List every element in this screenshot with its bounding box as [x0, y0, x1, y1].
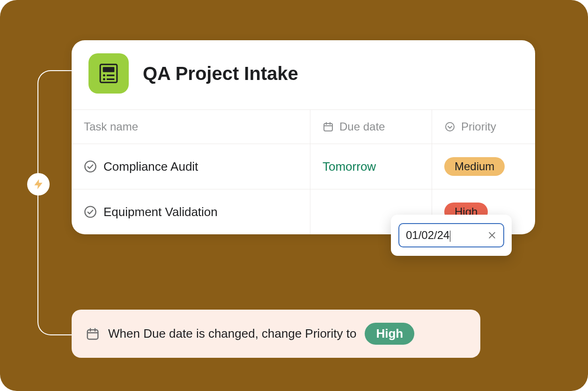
column-header-due-date[interactable]: Due date [310, 110, 432, 144]
automation-bolt-badge [27, 173, 50, 196]
project-title: QA Project Intake [143, 63, 298, 84]
rule-text: When Due date is changed, change Priorit… [108, 326, 356, 341]
svg-point-10 [446, 123, 454, 131]
date-input-value: 01/02/24 [406, 229, 449, 241]
table-row: Compliance Audit Tomorrow Medium [72, 144, 535, 189]
automation-rule-bar[interactable]: When Due date is changed, change Priorit… [72, 310, 480, 358]
close-icon[interactable] [487, 231, 497, 240]
column-header-label: Priority [461, 120, 496, 133]
due-date-value: Tomorrow [323, 159, 376, 174]
svg-rect-5 [107, 79, 115, 80]
card-header: QA Project Intake [72, 40, 535, 109]
priority-cell[interactable]: Medium [432, 144, 535, 189]
date-input-field[interactable]: 01/02/24 [398, 223, 504, 247]
svg-rect-3 [107, 74, 115, 76]
svg-point-2 [103, 74, 105, 77]
text-cursor [450, 231, 450, 242]
column-header-task[interactable]: Task name [72, 110, 310, 144]
date-input-popover: 01/02/24 [391, 215, 512, 256]
svg-point-12 [85, 206, 96, 217]
check-circle-icon[interactable] [84, 160, 97, 173]
priority-pill-medium: Medium [444, 157, 505, 176]
column-header-label: Due date [339, 120, 385, 133]
dropdown-circle-icon [444, 121, 456, 132]
calendar-icon [86, 327, 100, 341]
canvas: QA Project Intake Task name Due date [0, 0, 588, 391]
form-list-icon [98, 63, 119, 84]
svg-point-11 [85, 161, 96, 172]
table-header: Task name Due date Priority [72, 109, 535, 144]
project-card: QA Project Intake Task name Due date [72, 40, 535, 234]
svg-rect-15 [88, 330, 98, 339]
check-circle-icon[interactable] [84, 205, 97, 218]
svg-rect-1 [103, 67, 115, 72]
task-name-cell[interactable]: Compliance Audit [72, 144, 310, 189]
svg-rect-6 [324, 123, 332, 131]
rule-priority-pill: High [365, 323, 414, 345]
task-name-label: Compliance Audit [103, 159, 198, 174]
column-header-priority[interactable]: Priority [432, 110, 535, 144]
calendar-icon [323, 121, 334, 132]
task-name-label: Equipment Validation [103, 205, 218, 219]
automation-connector-line [37, 70, 75, 335]
svg-point-4 [103, 78, 105, 80]
column-header-label: Task name [84, 120, 138, 133]
task-name-cell[interactable]: Equipment Validation [72, 189, 310, 234]
due-date-cell[interactable]: Tomorrow [310, 144, 432, 189]
project-icon [88, 53, 129, 94]
lightning-bolt-icon [32, 178, 44, 190]
